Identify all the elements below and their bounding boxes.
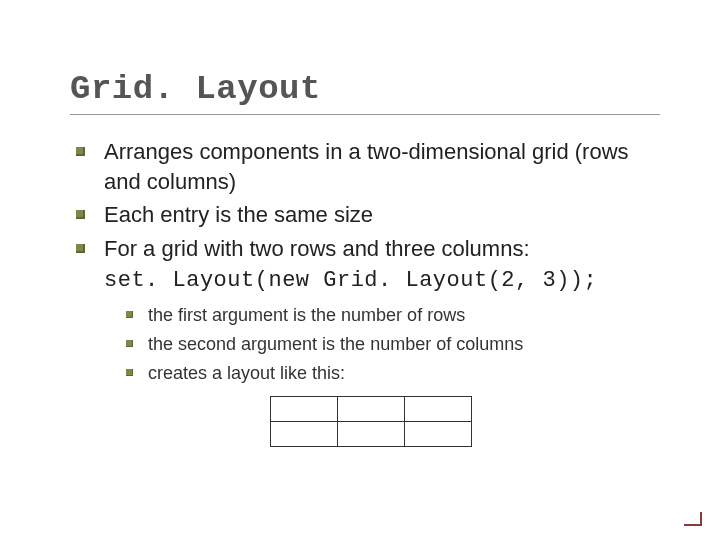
sub-bullet-item: the second argument is the number of col… <box>126 332 660 357</box>
grid-cell <box>338 422 405 447</box>
bullet-text: Each entry is the same size <box>104 202 373 227</box>
grid-row <box>271 397 472 422</box>
sub-bullet-text: the first argument is the number of rows <box>148 305 465 325</box>
sub-bullet-text: creates a layout like this: <box>148 363 345 383</box>
sub-bullet-item: creates a layout like this: <box>126 361 660 386</box>
grid-cell <box>405 422 472 447</box>
grid-diagram <box>270 396 472 447</box>
bullet-text: For a grid with two rows and three colum… <box>104 236 530 261</box>
corner-accent-icon <box>684 512 702 526</box>
bullet-item: Each entry is the same size <box>76 200 660 230</box>
grid-cell <box>405 397 472 422</box>
title-divider <box>70 114 660 115</box>
code-line: set. Layout(new Grid. Layout(2, 3)); <box>70 268 660 293</box>
sub-bullet-list: the first argument is the number of rows… <box>70 303 660 387</box>
sub-bullet-text: the second argument is the number of col… <box>148 334 523 354</box>
bullet-text: Arranges components in a two-dimensional… <box>104 139 629 194</box>
grid-cell <box>338 397 405 422</box>
grid-cell <box>271 397 338 422</box>
bullet-item: For a grid with two rows and three colum… <box>76 234 660 264</box>
sub-bullet-item: the first argument is the number of rows <box>126 303 660 328</box>
bullet-item: Arranges components in a two-dimensional… <box>76 137 660 196</box>
main-bullet-list: Arranges components in a two-dimensional… <box>70 137 660 264</box>
grid-cell <box>271 422 338 447</box>
slide-title: Grid. Layout <box>70 70 660 108</box>
grid-row <box>271 422 472 447</box>
slide: Grid. Layout Arranges components in a tw… <box>0 0 720 540</box>
